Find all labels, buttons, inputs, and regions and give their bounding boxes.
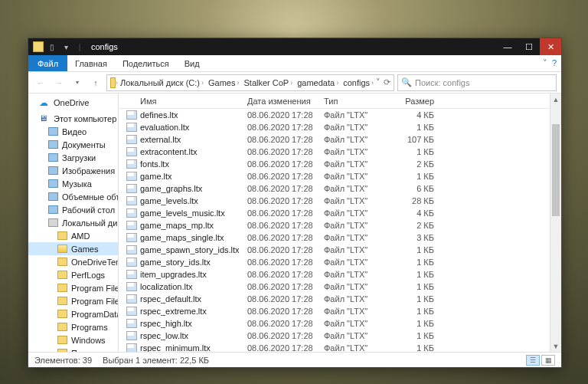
nav-history-dropdown[interactable]: ▾: [70, 75, 85, 90]
file-icon: [126, 331, 137, 340]
file-icon: [126, 110, 137, 120]
file-size: 1 КБ: [390, 331, 443, 340]
sidebar-folder[interactable]: Program Files (: [28, 294, 118, 307]
sidebar-drive-c[interactable]: Локальный дис: [28, 216, 118, 229]
file-row[interactable]: game_maps_single.ltx08.06.2020 17:28Файл…: [119, 231, 550, 244]
file-row[interactable]: defines.ltx08.06.2020 17:28Файл "LTX"4 К…: [119, 109, 550, 121]
file-icon: [126, 184, 137, 193]
file-row[interactable]: rspec_minimum.ltx08.06.2020 17:28Файл "L…: [119, 342, 550, 352]
sidebar-folder[interactable]: OneDriveTemp: [28, 255, 118, 268]
file-row[interactable]: game.ltx08.06.2020 17:28Файл "LTX"1 КБ: [119, 170, 550, 182]
qat-icon[interactable]: ▯: [47, 41, 57, 52]
search-input[interactable]: 🔍 Поиск: configs: [397, 74, 557, 91]
sidebar-lib-documents[interactable]: Документы: [28, 138, 118, 151]
file-row[interactable]: external.ltx08.06.2020 17:28Файл "LTX"10…: [119, 133, 550, 146]
file-name: item_upgrades.ltx: [140, 270, 207, 279]
maximize-button[interactable]: ☐: [518, 38, 540, 55]
file-row[interactable]: item_upgrades.ltx08.06.2020 17:28Файл "L…: [119, 268, 550, 281]
sidebar-folder[interactable]: Programs: [28, 320, 118, 333]
file-name: evaluation.ltx: [140, 123, 189, 132]
sidebar-lib-video[interactable]: Видео: [28, 125, 118, 138]
scrollbar[interactable]: ▲ ▼: [550, 94, 561, 352]
file-icon: [126, 233, 137, 242]
sidebar-thispc[interactable]: 🖥Этот компьютер: [28, 112, 118, 125]
sidebar-lib-3d[interactable]: Объемные объ: [28, 190, 118, 203]
sidebar-lib-music[interactable]: Музыка: [28, 177, 118, 190]
sidebar-folder[interactable]: ProgramData: [28, 307, 118, 320]
tab-home[interactable]: Главная: [67, 55, 115, 71]
sidebar-folder[interactable]: AMD: [28, 229, 118, 242]
file-date: 08.06.2020 17:28: [247, 172, 324, 181]
sidebar-folder[interactable]: Program Files: [28, 281, 118, 294]
column-headers[interactable]: Имя Дата изменения Тип Размер: [119, 94, 550, 109]
sidebar-folder[interactable]: Пользователи: [28, 346, 118, 352]
minimize-button[interactable]: —: [497, 38, 518, 55]
file-row[interactable]: evaluation.ltx08.06.2020 17:28Файл "LTX"…: [119, 121, 550, 133]
breadcrumb[interactable]: › Локальный диск (C:)› Games› Stalker Co…: [106, 74, 394, 91]
file-row[interactable]: rspec_low.ltx08.06.2020 17:28Файл "LTX"1…: [119, 330, 550, 342]
tab-view[interactable]: Вид: [177, 55, 207, 71]
file-row[interactable]: rspec_extreme.ltx08.06.2020 17:28Файл "L…: [119, 305, 550, 317]
file-row[interactable]: localization.ltx08.06.2020 17:28Файл "LT…: [119, 281, 550, 293]
scroll-up-icon[interactable]: ▲: [550, 94, 561, 105]
breadcrumb-dropdown-icon[interactable]: ˅: [376, 77, 381, 87]
qat-dropdown-icon[interactable]: ▾: [60, 41, 71, 52]
file-row[interactable]: game_maps_mp.ltx08.06.2020 17:28Файл "LT…: [119, 219, 550, 231]
file-icon: [126, 294, 137, 304]
nav-forward-button[interactable]: →: [51, 75, 67, 90]
breadcrumb-seg[interactable]: Локальный диск (C:)›: [118, 78, 206, 87]
search-placeholder: Поиск: configs: [415, 78, 469, 87]
file-name: rspec_low.ltx: [140, 331, 188, 340]
sidebar-folder[interactable]: Windows: [28, 333, 118, 346]
tab-share[interactable]: Поделиться: [115, 55, 177, 71]
titlebar[interactable]: ▯ ▾ | configs — ☐ ✕: [28, 38, 561, 55]
file-name: game_spawn_story_ids.ltx: [140, 245, 240, 254]
col-date[interactable]: Дата изменения: [247, 97, 324, 106]
file-row[interactable]: fonts.ltx08.06.2020 17:28Файл "LTX"2 КБ: [119, 158, 550, 170]
sidebar-folder-games[interactable]: Games: [28, 242, 118, 255]
sidebar-onedrive[interactable]: ☁OneDrive: [28, 96, 118, 109]
file-name: game_story_ids.ltx: [140, 258, 211, 267]
file-type: Файл "LTX": [324, 331, 390, 340]
folder-icon: [57, 323, 67, 331]
sidebar-lib-downloads[interactable]: Загрузки: [28, 151, 118, 164]
tab-file[interactable]: Файл: [28, 55, 67, 71]
sidebar-folder[interactable]: PerfLogs: [28, 268, 118, 281]
file-row[interactable]: extracontent.ltx08.06.2020 17:28Файл "LT…: [119, 146, 550, 158]
file-size: 3 КБ: [390, 233, 443, 242]
file-size: 1 КБ: [390, 319, 443, 328]
file-icon: [126, 319, 137, 328]
file-icon: [126, 208, 137, 218]
col-size[interactable]: Размер: [390, 97, 443, 106]
breadcrumb-seg[interactable]: Games›: [206, 78, 241, 87]
close-button[interactable]: ✕: [540, 38, 561, 55]
view-thumbnails-button[interactable]: ▦: [541, 355, 555, 366]
file-name: fonts.ltx: [140, 159, 169, 169]
help-icon[interactable]: ?: [552, 58, 557, 68]
file-row[interactable]: game_story_ids.ltx08.06.2020 17:28Файл "…: [119, 256, 550, 268]
file-row[interactable]: rspec_high.ltx08.06.2020 17:28Файл "LTX"…: [119, 317, 550, 330]
view-details-button[interactable]: ☰: [526, 355, 540, 366]
sidebar[interactable]: ☁OneDrive 🖥Этот компьютер Видео Документ…: [28, 94, 119, 352]
refresh-icon[interactable]: ⟳: [384, 77, 390, 87]
nav-back-button[interactable]: ←: [33, 75, 48, 90]
file-icon: [126, 270, 137, 279]
col-type[interactable]: Тип: [324, 97, 390, 106]
file-row[interactable]: rspec_default.ltx08.06.2020 17:28Файл "L…: [119, 293, 550, 305]
breadcrumb-seg[interactable]: configs›: [341, 78, 376, 87]
file-row[interactable]: game_graphs.ltx08.06.2020 17:28Файл "LTX…: [119, 182, 550, 195]
breadcrumb-seg[interactable]: gamedata›: [295, 78, 341, 87]
scroll-down-icon[interactable]: ▼: [550, 340, 561, 352]
file-row[interactable]: game_levels_music.ltx08.06.2020 17:28Фай…: [119, 207, 550, 219]
ribbon-expand-icon[interactable]: ˅: [543, 58, 547, 68]
breadcrumb-seg[interactable]: Stalker CoP›: [242, 78, 296, 87]
file-date: 08.06.2020 17:28: [247, 110, 324, 120]
file-row[interactable]: game_levels.ltx08.06.2020 17:28Файл "LTX…: [119, 195, 550, 207]
col-name[interactable]: Имя: [119, 97, 247, 106]
nav-up-button[interactable]: ↑: [88, 75, 103, 90]
file-row[interactable]: game_spawn_story_ids.ltx08.06.2020 17:28…: [119, 244, 550, 256]
sidebar-lib-desktop[interactable]: Рабочий стол: [28, 203, 118, 216]
sidebar-lib-pictures[interactable]: Изображения: [28, 164, 118, 177]
folder-icon: [57, 271, 67, 279]
scroll-thumb[interactable]: [552, 124, 560, 216]
